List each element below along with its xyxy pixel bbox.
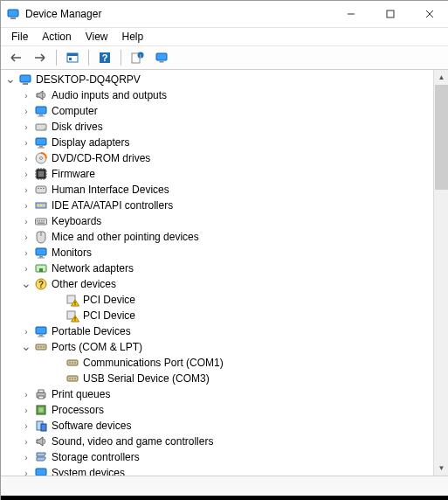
back-button[interactable] <box>4 47 27 68</box>
expand-icon[interactable] <box>20 184 32 196</box>
properties-button[interactable] <box>126 47 148 68</box>
expand-icon[interactable] <box>20 404 32 416</box>
tree-node[interactable]: Mice and other pointing devices <box>3 229 435 245</box>
tree-label: Sound, video and game controllers <box>51 435 213 448</box>
scrollbar-thumb[interactable] <box>435 85 448 190</box>
tree-node[interactable]: Computer <box>3 103 435 119</box>
scroll-down-icon[interactable]: ▼ <box>434 461 448 476</box>
drive-icon <box>34 120 48 134</box>
maximize-button[interactable] <box>370 1 410 27</box>
hid-icon <box>34 183 48 197</box>
expand-icon[interactable] <box>20 247 32 259</box>
expand-icon[interactable] <box>20 215 32 227</box>
tree-label: DVD/CD-ROM drives <box>51 152 150 164</box>
expand-icon[interactable] <box>20 199 32 212</box>
ide-icon <box>34 198 48 212</box>
disc-icon <box>34 151 48 165</box>
tree-label: Ports (COM & LPT) <box>51 341 142 353</box>
expand-icon[interactable] <box>20 121 32 133</box>
menu-action[interactable]: Action <box>35 29 78 45</box>
toolbar-separator <box>88 50 89 66</box>
tree-leaf[interactable]: PCI Device <box>3 292 435 308</box>
mouse-icon <box>34 230 48 244</box>
warning-icon <box>65 293 79 307</box>
tree-label: Mice and other pointing devices <box>51 231 199 243</box>
tree-node[interactable]: Storage controllers <box>3 449 435 465</box>
expand-icon[interactable] <box>20 89 32 101</box>
footer-dark-strip <box>1 496 448 500</box>
expand-icon[interactable] <box>20 105 32 117</box>
content-area: DESKTOP-DQ4QRPVAudio inputs and outputsC… <box>1 70 448 496</box>
tree-node[interactable]: Other devices <box>3 276 435 292</box>
expand-icon[interactable] <box>20 168 32 180</box>
expand-icon[interactable] <box>20 231 32 243</box>
tree-label: PCI Device <box>82 294 135 306</box>
menu-file[interactable]: File <box>4 29 35 45</box>
tree-label: IDE ATA/ATAPI controllers <box>51 199 173 212</box>
tree-label: Disk drives <box>51 121 103 133</box>
tree-node[interactable]: DESKTOP-DQ4QRPV <box>3 72 435 87</box>
tree-node[interactable]: Audio inputs and outputs <box>3 87 435 103</box>
expand-icon[interactable] <box>20 325 32 337</box>
tree-node[interactable]: DVD/CD-ROM drives <box>3 150 435 166</box>
tree-label: Human Interface Devices <box>51 184 169 196</box>
toolbar-separator <box>121 50 121 66</box>
expand-icon[interactable] <box>20 420 32 432</box>
tree-node[interactable]: Disk drives <box>3 119 435 135</box>
title-bar: Device Manager <box>1 1 448 28</box>
collapse-icon[interactable] <box>20 278 32 290</box>
network-icon <box>34 261 48 275</box>
close-button[interactable] <box>410 1 448 27</box>
chip-icon <box>34 167 48 181</box>
show-hide-console-button[interactable] <box>61 47 84 68</box>
monitor-icon <box>34 324 48 338</box>
scan-hardware-button[interactable] <box>150 47 173 68</box>
minimize-button[interactable] <box>331 1 370 27</box>
tree-node[interactable]: IDE ATA/ATAPI controllers <box>3 198 435 213</box>
device-tree[interactable]: DESKTOP-DQ4QRPVAudio inputs and outputsC… <box>1 70 435 476</box>
tree-node[interactable]: System devices <box>3 465 435 476</box>
forward-button[interactable] <box>29 47 52 68</box>
tree-label: Other devices <box>51 278 116 290</box>
expand-icon[interactable] <box>20 388 32 400</box>
keyboard-icon <box>34 214 48 228</box>
tree-node[interactable]: Sound, video and game controllers <box>3 434 435 449</box>
expand-icon[interactable] <box>20 136 32 149</box>
tree-node[interactable]: Software devices <box>3 418 435 434</box>
tree-node[interactable]: Monitors <box>3 245 435 260</box>
menu-view[interactable]: View <box>79 29 115 45</box>
tree-label: Monitors <box>51 247 92 259</box>
tree-node[interactable]: Display adapters <box>3 135 435 150</box>
expand-icon[interactable] <box>20 435 32 448</box>
tree-leaf[interactable]: USB Serial Device (COM3) <box>3 371 435 386</box>
scroll-up-icon[interactable]: ▲ <box>434 70 448 85</box>
tree-label: Firmware <box>51 168 95 180</box>
port-icon <box>34 340 48 354</box>
collapse-icon[interactable] <box>4 73 17 86</box>
vertical-scrollbar[interactable]: ▲ ▼ <box>433 70 448 476</box>
tree-node[interactable]: Ports (COM & LPT) <box>3 339 435 355</box>
tree-leaf[interactable]: PCI Device <box>3 308 435 323</box>
tree-node[interactable]: Processors <box>3 402 435 418</box>
expand-icon[interactable] <box>20 262 32 274</box>
expand-icon[interactable] <box>20 451 32 463</box>
tree-node[interactable]: Print queues <box>3 386 435 402</box>
expand-icon[interactable] <box>20 152 32 164</box>
tree-node[interactable]: Network adapters <box>3 260 435 276</box>
printer-icon <box>34 387 48 401</box>
tree-node[interactable]: Human Interface Devices <box>3 182 435 198</box>
collapse-icon[interactable] <box>20 341 32 353</box>
tree-node[interactable]: Portable Devices <box>3 323 435 339</box>
tree-label: Software devices <box>51 420 131 432</box>
monitor-icon <box>34 135 48 149</box>
tree-label: USB Serial Device (COM3) <box>82 372 210 385</box>
expand-icon[interactable] <box>20 467 32 476</box>
tree-leaf[interactable]: Communications Port (COM1) <box>3 355 435 371</box>
tree-node[interactable]: Keyboards <box>3 213 435 229</box>
port-icon <box>65 356 79 370</box>
tree-node[interactable]: Firmware <box>3 166 435 182</box>
tree-label: Portable Devices <box>51 325 131 337</box>
menu-help[interactable]: Help <box>115 29 151 45</box>
help-button[interactable] <box>93 47 116 68</box>
tree-label: Keyboards <box>51 215 101 227</box>
